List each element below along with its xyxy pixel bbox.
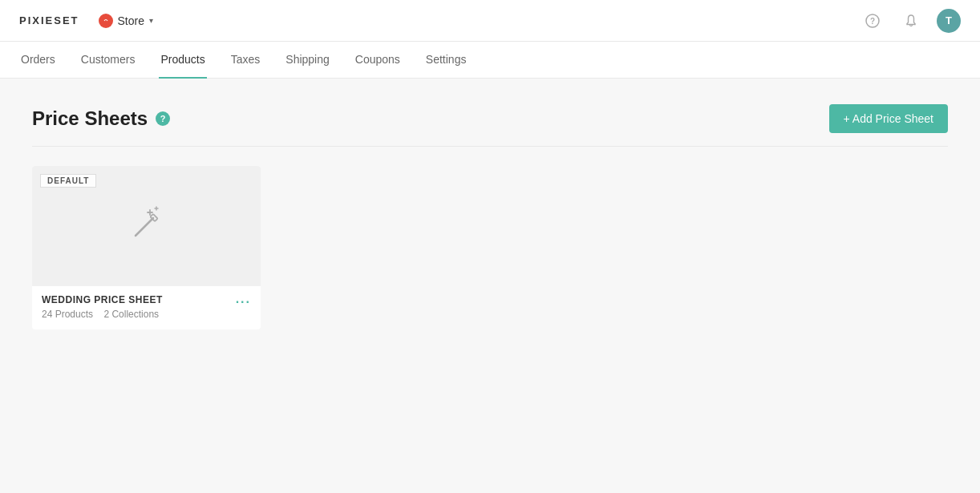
nav-item-orders[interactable]: Orders xyxy=(19,42,57,79)
store-label: Store xyxy=(118,14,144,27)
page-title: Price Sheets xyxy=(32,107,148,130)
top-nav-left: PIXIESET Store ▾ xyxy=(19,10,160,31)
logo: PIXIESET xyxy=(19,14,79,26)
avatar[interactable]: T xyxy=(937,9,961,33)
main-content: Price Sheets ? + Add Price Sheet DEFAULT xyxy=(0,79,980,355)
svg-line-7 xyxy=(136,218,153,236)
nav-item-coupons[interactable]: Coupons xyxy=(354,42,402,79)
price-sheets-grid: DEFAULT WE xyxy=(32,166,948,329)
notifications-button[interactable] xyxy=(898,8,924,34)
card-name: WEDDING PRICE SHEET xyxy=(42,294,163,305)
products-count: 24 Products xyxy=(42,309,93,320)
svg-text:?: ? xyxy=(870,17,875,26)
card-info: WEDDING PRICE SHEET 24 Products 2 Collec… xyxy=(32,286,261,329)
nav-item-settings[interactable]: Settings xyxy=(424,42,468,79)
card-more-button[interactable]: ··· xyxy=(236,294,251,309)
page-title-area: Price Sheets ? xyxy=(32,107,170,130)
store-icon xyxy=(99,14,113,28)
help-icon[interactable]: ? xyxy=(156,111,170,126)
svg-point-0 xyxy=(102,17,110,25)
add-price-sheet-button[interactable]: + Add Price Sheet xyxy=(829,104,948,133)
wand-icon xyxy=(126,204,168,249)
default-badge: DEFAULT xyxy=(40,174,96,188)
chevron-down-icon: ▾ xyxy=(149,16,153,25)
card-meta: 24 Products 2 Collections xyxy=(42,309,163,320)
card-thumbnail: DEFAULT xyxy=(32,166,261,286)
nav-item-shipping[interactable]: Shipping xyxy=(284,42,331,79)
nav-item-taxes[interactable]: Taxes xyxy=(229,42,262,79)
top-navbar: PIXIESET Store ▾ ? T xyxy=(0,0,980,42)
page-header: Price Sheets ? + Add Price Sheet xyxy=(32,104,948,147)
collections-count: 2 Collections xyxy=(103,309,159,320)
card-details: WEDDING PRICE SHEET 24 Products 2 Collec… xyxy=(42,294,163,320)
secondary-navbar: Orders Customers Products Taxes Shipping… xyxy=(0,42,980,79)
help-button[interactable]: ? xyxy=(860,8,885,34)
nav-item-products[interactable]: Products xyxy=(159,42,206,79)
store-switcher[interactable]: Store ▾ xyxy=(92,10,160,31)
top-nav-right: ? T xyxy=(860,8,961,34)
price-sheet-card[interactable]: DEFAULT WE xyxy=(32,166,261,329)
nav-item-customers[interactable]: Customers xyxy=(79,42,137,79)
